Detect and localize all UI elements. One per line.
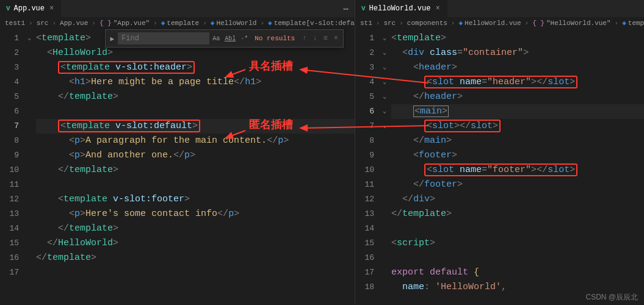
breadcrumb-item[interactable]: ◈ template xyxy=(161,19,199,27)
fold-icon[interactable]: ⌄ xyxy=(383,46,391,60)
line-number[interactable]: 6 xyxy=(0,104,19,119)
line-number[interactable]: 2 xyxy=(0,46,19,60)
breadcrumb-item[interactable]: ◈ HelloWorld.vue xyxy=(458,19,521,27)
line-number[interactable]: 16 xyxy=(355,251,374,265)
line-number[interactable]: 3 xyxy=(355,60,374,75)
line-number[interactable]: 1 xyxy=(0,31,19,46)
code-line[interactable]: </main> xyxy=(391,134,644,148)
tab-helloworld-vue[interactable]: V HelloWorld.vue × xyxy=(355,0,448,17)
line-number[interactable]: 10 xyxy=(355,163,374,178)
line-number[interactable]: 7 xyxy=(0,119,19,134)
find-regex-icon[interactable]: ·* xyxy=(239,34,250,43)
breadcrumbs-right[interactable]: st1›src›components›◈ HelloWorld.vue›{ } … xyxy=(355,17,644,29)
fold-icon[interactable]: ⌄ xyxy=(383,104,391,119)
code-line[interactable] xyxy=(391,251,644,265)
code-line[interactable]: </template> xyxy=(391,207,644,221)
breadcrumb-item[interactable]: ◈ template xyxy=(622,19,644,27)
line-number[interactable]: 8 xyxy=(355,134,374,148)
code-line[interactable] xyxy=(36,104,355,119)
close-icon[interactable]: × xyxy=(434,4,441,13)
line-number[interactable]: 9 xyxy=(0,148,19,163)
breadcrumb-item[interactable]: ◈ HelloWorld xyxy=(211,19,257,27)
breadcrumb-item[interactable]: { } "HelloWorld.vue" xyxy=(532,20,610,27)
find-selection-icon[interactable]: ≡ xyxy=(321,33,330,44)
fold-icon[interactable]: ⌄ xyxy=(383,31,391,46)
code-line[interactable]: </template> xyxy=(36,90,355,104)
tab-app-vue[interactable]: V App.vue × xyxy=(0,0,62,17)
find-expand-icon[interactable]: ▶ xyxy=(108,35,117,43)
breadcrumbs-left[interactable]: test1›src›App.vue›{ } "App.vue"›◈ templa… xyxy=(0,17,355,29)
code-line[interactable]: <h1>Here might be a page title</h1> xyxy=(36,75,355,90)
line-number[interactable]: 8 xyxy=(0,134,19,148)
line-number[interactable]: 17 xyxy=(0,265,19,280)
breadcrumb-item[interactable]: src xyxy=(383,20,396,27)
line-number[interactable]: 17 xyxy=(355,265,374,280)
fold-icon[interactable]: ⌄ xyxy=(383,75,391,90)
code-line[interactable]: <script> xyxy=(391,236,644,251)
line-number[interactable]: 14 xyxy=(0,221,19,236)
line-number[interactable]: 13 xyxy=(0,207,19,221)
code-line[interactable]: <footer> xyxy=(391,148,644,163)
code-line[interactable]: </template> xyxy=(36,163,355,178)
breadcrumb-item[interactable]: { } "App.vue" xyxy=(99,20,150,27)
code-area-left[interactable]: 1234567891011121314151617 ⌄ <template> <… xyxy=(0,29,355,305)
code-line[interactable]: <template v-slot:default> xyxy=(36,119,355,134)
code-line[interactable]: <template> xyxy=(391,31,644,46)
code-line[interactable]: <slot name="footer"></slot> xyxy=(391,163,644,178)
code-line[interactable]: <p>And another one.</p> xyxy=(36,148,355,163)
line-number[interactable]: 3 xyxy=(0,60,19,75)
code-line[interactable]: <template v-slot:footer> xyxy=(36,192,355,207)
line-number[interactable]: 1 xyxy=(355,31,374,46)
tab-overflow-button[interactable]: ⋯ xyxy=(338,0,355,17)
code-line[interactable] xyxy=(36,178,355,192)
breadcrumb-item[interactable]: st1 xyxy=(360,20,372,27)
line-number[interactable]: 4 xyxy=(355,75,374,90)
line-number[interactable]: 6 xyxy=(355,104,374,119)
code-line[interactable]: <div class="container"> xyxy=(391,46,644,60)
line-number[interactable]: 12 xyxy=(0,192,19,207)
breadcrumb-item[interactable]: components xyxy=(407,20,447,27)
line-number[interactable]: 10 xyxy=(0,163,19,178)
code-line[interactable]: </template> xyxy=(36,221,355,236)
line-number[interactable]: 5 xyxy=(0,90,19,104)
code-line[interactable] xyxy=(36,265,355,280)
line-number[interactable]: 13 xyxy=(355,207,374,221)
fold-icon[interactable]: ⌄ xyxy=(383,60,391,75)
line-number[interactable]: 11 xyxy=(0,178,19,192)
code-line[interactable]: </HelloWorld> xyxy=(36,236,355,251)
code-line[interactable] xyxy=(391,221,644,236)
code-line[interactable]: <main> xyxy=(391,104,644,119)
line-number[interactable]: 15 xyxy=(0,236,19,251)
code-line[interactable]: export default { xyxy=(391,265,644,280)
breadcrumb-item[interactable]: src xyxy=(37,20,49,27)
line-number[interactable]: 16 xyxy=(0,251,19,265)
find-word-icon[interactable]: Abl xyxy=(223,34,237,43)
code-line[interactable]: </div> xyxy=(391,192,644,207)
line-number[interactable]: 15 xyxy=(355,236,374,251)
code-line[interactable]: </footer> xyxy=(391,178,644,192)
code-line[interactable]: </header> xyxy=(391,90,644,104)
line-number[interactable]: 9 xyxy=(355,148,374,163)
code-line[interactable]: <p>Here's some contact info</p> xyxy=(36,207,355,221)
code-area-right[interactable]: 123456789101112131415161718 ⌄⌄⌄⌄⌄⌄⌄ <tem… xyxy=(355,29,644,305)
find-case-icon[interactable]: Aa xyxy=(211,34,222,43)
find-input[interactable] xyxy=(118,32,209,45)
code-line[interactable]: <header> xyxy=(391,60,644,75)
line-number[interactable]: 18 xyxy=(355,280,374,295)
find-prev-icon[interactable]: ↑ xyxy=(300,33,309,44)
find-close-icon[interactable]: × xyxy=(331,33,341,44)
breadcrumb-item[interactable]: test1 xyxy=(5,20,25,27)
line-number[interactable]: 14 xyxy=(355,221,374,236)
code-line[interactable]: <HelloWorld> xyxy=(36,46,355,60)
code-line[interactable]: <template v-slot:header> xyxy=(36,60,355,75)
line-number[interactable]: 12 xyxy=(355,192,374,207)
code-line[interactable]: <p>A paragraph for the main content.</p> xyxy=(36,134,355,148)
line-number[interactable]: 7 xyxy=(355,119,374,134)
breadcrumb-item[interactable]: App.vue xyxy=(60,20,88,27)
find-next-icon[interactable]: ↓ xyxy=(310,33,319,44)
code-line[interactable]: <slot></slot> xyxy=(391,119,644,134)
fold-icon[interactable]: ⌄ xyxy=(27,31,36,46)
fold-icon[interactable]: ⌄ xyxy=(383,119,391,134)
line-number[interactable]: 11 xyxy=(355,178,374,192)
line-number[interactable]: 2 xyxy=(355,46,374,60)
